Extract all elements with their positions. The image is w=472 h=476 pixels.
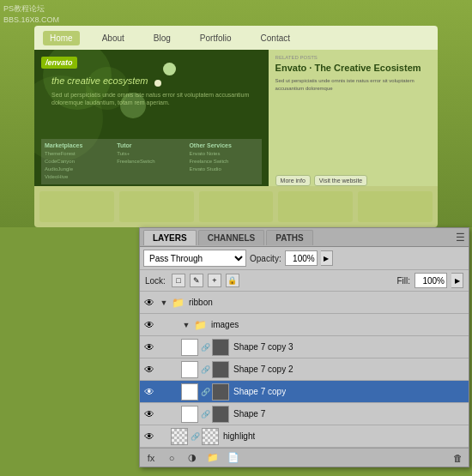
layers-list: 👁 ▼ 📁 ribbon 👁 ▼ 📁 images 👁 🔗 Shape 7 co… bbox=[140, 292, 469, 448]
related-label: RELATED POSTS bbox=[275, 55, 431, 60]
watermark: PS教程论坛 BBS.16X8.COM bbox=[3, 3, 59, 26]
eye-icon[interactable]: 👁 bbox=[142, 340, 157, 355]
folder-icon: 📁 bbox=[193, 318, 207, 332]
chain-icon: 🔗 bbox=[190, 429, 200, 444]
nav-item-contact[interactable]: Contact bbox=[254, 31, 297, 45]
new-layer-button[interactable]: 📄 bbox=[226, 450, 241, 466]
table-row[interactable]: 👁 🔗 Shape 7 copy bbox=[140, 381, 469, 403]
panel-menu-icon[interactable]: ☰ bbox=[456, 232, 465, 244]
nav-item-blog[interactable]: Blog bbox=[147, 31, 178, 45]
eye-icon[interactable]: 👁 bbox=[142, 317, 157, 333]
nav-bar: Home About Blog Portfolio Contact bbox=[34, 26, 438, 50]
site-btns: More info Visit the website bbox=[275, 175, 368, 186]
placeholder-box-3 bbox=[199, 191, 274, 222]
layer-name-shape7copy3: Shape 7 copy 3 bbox=[233, 342, 293, 352]
envato-logo: /envato bbox=[41, 57, 77, 69]
nav-item-home[interactable]: Home bbox=[43, 31, 80, 45]
layer-thumbnail bbox=[181, 339, 198, 356]
mask-thumbnail bbox=[202, 428, 219, 445]
mask-thumbnail bbox=[212, 383, 229, 401]
table-row[interactable]: 👁 🔗 Shape 7 bbox=[140, 403, 469, 425]
fill-input[interactable] bbox=[415, 273, 447, 288]
expand-arrow[interactable]: ▼ bbox=[159, 295, 169, 310]
site-link-col-tutor: Tutor Tuts+ FreelanceSwitch bbox=[117, 142, 185, 181]
lock-label: Lock: bbox=[145, 276, 166, 286]
placeholder-box-4 bbox=[278, 191, 353, 222]
site-tagline: the creative ecosystem bbox=[51, 75, 148, 86]
link-col-title-1: Marketplaces bbox=[45, 142, 113, 148]
lock-all-btn[interactable]: + bbox=[208, 274, 221, 287]
chain-icon: 🔗 bbox=[200, 384, 210, 400]
placeholder-box-2 bbox=[119, 191, 194, 222]
new-group-button[interactable]: 📁 bbox=[205, 450, 221, 466]
panel-tabs: LAYERS CHANNELS PATHS ☰ bbox=[140, 228, 469, 247]
site-right-title: Envato · The Creative Ecosistem bbox=[275, 62, 431, 74]
panel-bottom-icons: fx ○ ◑ 📁 📄 🗑 bbox=[140, 448, 469, 467]
layer-name-ribbon: ribbon bbox=[189, 298, 213, 307]
watermark-line2: BBS.16X8.COM bbox=[3, 15, 59, 26]
lock-lock-btn[interactable]: 🔒 bbox=[226, 274, 239, 287]
layers-panel: LAYERS CHANNELS PATHS ☰ Pass Through Nor… bbox=[139, 227, 469, 467]
opacity-arrow[interactable]: ▶ bbox=[321, 250, 333, 266]
watermark-line1: PS教程论坛 bbox=[3, 3, 59, 15]
layer-thumbnail-checker bbox=[171, 428, 188, 445]
tab-paths[interactable]: PATHS bbox=[266, 230, 312, 245]
expand-arrow[interactable]: ▼ bbox=[181, 317, 191, 333]
website-preview: PS教程论坛 BBS.16X8.COM Home About Blog Port… bbox=[0, 0, 472, 227]
table-row[interactable]: 👁 ▼ 📁 ribbon bbox=[140, 292, 469, 314]
opacity-label: Opacity: bbox=[250, 254, 281, 263]
site-left: /envato the creative ecosystem Sed ut pe… bbox=[34, 50, 269, 193]
table-row[interactable]: 👁 🔗 highlight bbox=[140, 425, 469, 448]
site-right-text: Sed ut perspiciatis unde omnis iste natu… bbox=[275, 77, 431, 93]
site-link-col-marketplaces: Marketplaces ThemeForest CodeCanyon Audi… bbox=[45, 142, 113, 181]
mask-thumbnail bbox=[212, 339, 229, 356]
tab-channels[interactable]: CHANNELS bbox=[198, 230, 265, 245]
layer-name-shape7copy2: Shape 7 copy 2 bbox=[233, 365, 293, 374]
table-row[interactable]: 👁 ▼ 📁 images bbox=[140, 314, 469, 336]
add-layer-mask-button[interactable]: ○ bbox=[164, 450, 179, 466]
nav-item-portfolio[interactable]: Portfolio bbox=[193, 31, 239, 45]
chain-icon: 🔗 bbox=[200, 407, 210, 422]
blend-mode-select[interactable]: Pass Through Normal Dissolve Multiply Sc… bbox=[143, 250, 246, 267]
mask-thumbnail bbox=[212, 361, 229, 378]
link-col-title-2: Tutor bbox=[117, 142, 185, 148]
lock-position-btn[interactable]: ✎ bbox=[190, 274, 203, 287]
fill-label: Fill: bbox=[396, 276, 410, 286]
eye-icon[interactable]: 👁 bbox=[142, 384, 157, 400]
chain-icon: 🔗 bbox=[200, 340, 210, 355]
eye-icon[interactable]: 👁 bbox=[142, 407, 157, 422]
envato-logo-text: /envato bbox=[45, 58, 73, 67]
site-right: RELATED POSTS Envato · The Creative Ecos… bbox=[269, 50, 438, 193]
site-desc: Sed ut perspiciatis unde omnis iste natu… bbox=[51, 91, 260, 106]
layer-name-shape7copy: Shape 7 copy bbox=[233, 387, 286, 396]
tab-layers[interactable]: LAYERS bbox=[143, 230, 197, 245]
eye-icon[interactable]: 👁 bbox=[142, 362, 157, 377]
more-info-btn[interactable]: More info bbox=[275, 175, 311, 186]
fill-arrow[interactable]: ▶ bbox=[451, 273, 463, 288]
lock-pixels-btn[interactable]: □ bbox=[172, 274, 185, 287]
layer-name-shape7: Shape 7 bbox=[233, 409, 265, 419]
delete-layer-button[interactable]: 🗑 bbox=[450, 450, 465, 466]
blend-row: Pass Through Normal Dissolve Multiply Sc… bbox=[140, 247, 469, 270]
site-link-col-other: Other Services Envato Notes Freelance Sw… bbox=[189, 142, 257, 181]
fx-button[interactable]: fx bbox=[143, 450, 159, 466]
lock-row: Lock: □ ✎ + 🔒 Fill: ▶ bbox=[140, 270, 469, 292]
layer-name-highlight: highlight bbox=[223, 431, 255, 441]
nav-item-about[interactable]: About bbox=[95, 31, 131, 45]
eye-icon[interactable]: 👁 bbox=[142, 429, 157, 444]
layer-thumbnail bbox=[181, 406, 198, 423]
chain-icon: 🔗 bbox=[200, 362, 210, 377]
adjustment-layer-button[interactable]: ◑ bbox=[185, 450, 200, 466]
opacity-input[interactable] bbox=[285, 250, 318, 266]
layer-thumbnail bbox=[181, 361, 198, 378]
eye-icon[interactable]: 👁 bbox=[142, 295, 157, 310]
visit-btn[interactable]: Visit the website bbox=[314, 175, 367, 186]
table-row[interactable]: 👁 🔗 Shape 7 copy 2 bbox=[140, 359, 469, 381]
table-row[interactable]: 👁 🔗 Shape 7 copy 3 bbox=[140, 336, 469, 359]
layer-name-images: images bbox=[211, 320, 239, 329]
mask-thumbnail bbox=[212, 406, 229, 423]
layer-thumbnail bbox=[181, 383, 198, 401]
site-links-row: Marketplaces ThemeForest CodeCanyon Audi… bbox=[41, 139, 262, 184]
placeholder-box-1 bbox=[39, 191, 114, 222]
placeholder-row bbox=[34, 186, 438, 227]
